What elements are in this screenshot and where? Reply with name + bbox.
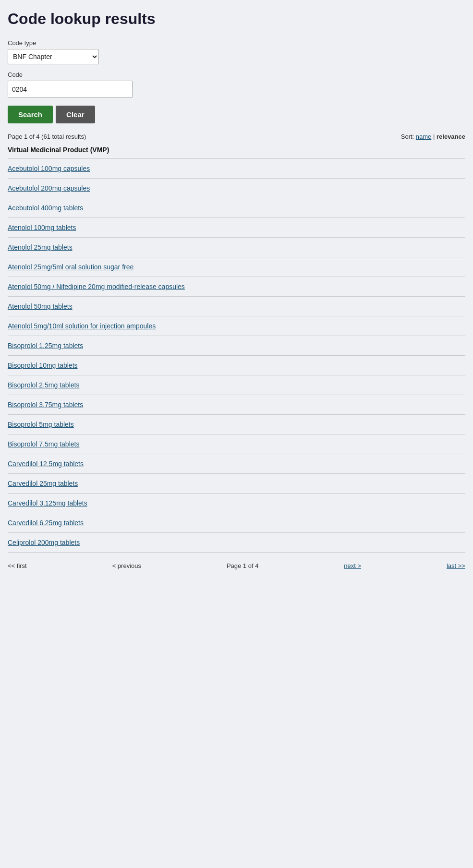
pagination-next[interactable]: next > <box>344 562 361 569</box>
code-input[interactable] <box>8 81 133 98</box>
form-buttons: Search Clear <box>8 106 465 123</box>
sort-relevance-active: relevance <box>437 133 465 140</box>
result-link[interactable]: Atenolol 50mg / Nifedipine 20mg modified… <box>8 283 185 290</box>
result-link[interactable]: Carvedilol 3.125mg tablets <box>8 499 87 507</box>
list-item: Carvedilol 25mg tablets <box>8 474 465 494</box>
list-item: Acebutolol 100mg capsules <box>8 159 465 179</box>
result-link[interactable]: Atenolol 100mg tablets <box>8 224 76 231</box>
pagination: << first < previous Page 1 of 4 next > l… <box>8 562 465 569</box>
list-item: Bisoprolol 7.5mg tablets <box>8 434 465 454</box>
list-item: Atenolol 25mg/5ml oral solution sugar fr… <box>8 257 465 277</box>
list-item: Acebutolol 400mg tablets <box>8 198 465 218</box>
sort-controls: Sort: name | relevance <box>401 133 465 140</box>
code-type-label: Code type <box>8 39 465 47</box>
code-type-group: Code type BNF Chapter BNF Section BNF Pa… <box>8 39 465 64</box>
list-item: Bisoprolol 2.5mg tablets <box>8 375 465 395</box>
result-link[interactable]: Bisoprolol 1.25mg tablets <box>8 342 83 350</box>
list-item: Atenolol 25mg tablets <box>8 238 465 257</box>
result-link[interactable]: Atenolol 50mg tablets <box>8 302 73 310</box>
list-item: Carvedilol 3.125mg tablets <box>8 494 465 513</box>
results-list: Acebutolol 100mg capsulesAcebutolol 200m… <box>8 158 465 553</box>
result-link[interactable]: Atenolol 5mg/10ml solution for injection… <box>8 322 156 330</box>
result-link[interactable]: Bisoprolol 3.75mg tablets <box>8 401 83 409</box>
code-label: Code <box>8 71 465 78</box>
list-item: Bisoprolol 1.25mg tablets <box>8 336 465 356</box>
result-link[interactable]: Carvedilol 25mg tablets <box>8 480 78 487</box>
result-link[interactable]: Carvedilol 6.25mg tablets <box>8 519 84 527</box>
pagination-current: Page 1 of 4 <box>227 562 259 569</box>
clear-button[interactable]: Clear <box>56 106 95 123</box>
page-title: Code lookup results <box>8 10 465 28</box>
list-item: Bisoprolol 5mg tablets <box>8 415 465 434</box>
result-link[interactable]: Bisoprolol 5mg tablets <box>8 421 74 428</box>
search-button[interactable]: Search <box>8 106 53 123</box>
result-link[interactable]: Bisoprolol 2.5mg tablets <box>8 381 79 389</box>
result-link[interactable]: Carvedilol 12.5mg tablets <box>8 460 84 468</box>
list-item: Celiprolol 200mg tablets <box>8 533 465 553</box>
result-link[interactable]: Acebutolol 400mg tablets <box>8 204 83 212</box>
pagination-last[interactable]: last >> <box>447 562 465 569</box>
section-heading: Virtual Medicinal Product (VMP) <box>8 146 465 154</box>
list-item: Atenolol 50mg tablets <box>8 297 465 316</box>
code-group: Code <box>8 71 465 98</box>
result-link[interactable]: Celiprolol 200mg tablets <box>8 539 80 546</box>
list-item: Bisoprolol 3.75mg tablets <box>8 395 465 415</box>
list-item: Bisoprolol 10mg tablets <box>8 356 465 375</box>
list-item: Atenolol 50mg / Nifedipine 20mg modified… <box>8 277 465 297</box>
sort-label: Sort: <box>401 133 414 140</box>
result-link[interactable]: Bisoprolol 10mg tablets <box>8 362 78 369</box>
list-item: Acebutolol 200mg capsules <box>8 179 465 198</box>
result-link[interactable]: Atenolol 25mg tablets <box>8 243 73 251</box>
result-link[interactable]: Acebutolol 200mg capsules <box>8 184 90 192</box>
list-item: Carvedilol 12.5mg tablets <box>8 454 465 474</box>
result-link[interactable]: Atenolol 25mg/5ml oral solution sugar fr… <box>8 263 133 271</box>
list-item: Carvedilol 6.25mg tablets <box>8 513 465 533</box>
results-count: Page 1 of 4 (61 total results) <box>8 133 86 140</box>
list-item: Atenolol 100mg tablets <box>8 218 465 238</box>
list-item: Atenolol 5mg/10ml solution for injection… <box>8 316 465 336</box>
pagination-previous: < previous <box>112 562 141 569</box>
result-link[interactable]: Acebutolol 100mg capsules <box>8 165 90 172</box>
sort-name-link[interactable]: name <box>416 133 432 140</box>
code-type-select[interactable]: BNF Chapter BNF Section BNF Paragraph SN… <box>8 49 99 64</box>
result-link[interactable]: Bisoprolol 7.5mg tablets <box>8 440 79 448</box>
pagination-first: << first <box>8 562 27 569</box>
results-meta: Page 1 of 4 (61 total results) Sort: nam… <box>8 133 465 140</box>
sort-separator: | <box>433 133 435 140</box>
